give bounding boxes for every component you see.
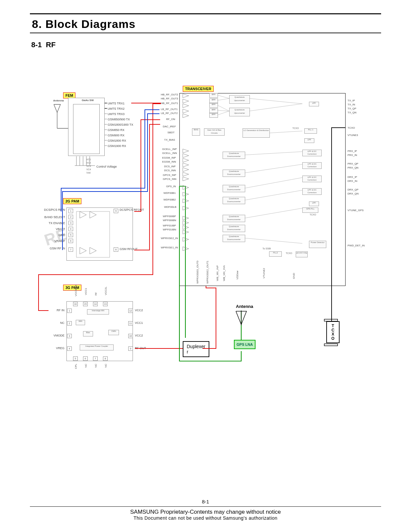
diagram-area: REQUIP ALCOM FEM 2G PAM 3G PAM TRANSCEIV…	[30, 88, 381, 441]
p2l4: 4	[68, 227, 73, 231]
tl13: DCS_INP	[164, 165, 176, 168]
pt14: 14	[93, 302, 98, 306]
fem-port-7: GSM1800 RX	[108, 139, 126, 142]
pam2g-l4: GND	[40, 233, 65, 237]
pam2g-l3: VBATT	[40, 227, 65, 231]
tl19: WDF00B2	[163, 198, 176, 201]
p3l0: RF IN	[49, 309, 64, 312]
tr5: VTUNE3	[348, 134, 358, 137]
pr10: 10	[128, 334, 133, 338]
pt16: 16	[73, 302, 78, 306]
ti18: Quadrature Downconverter	[223, 170, 245, 177]
header-rule-top	[30, 13, 381, 14]
p3r2: VCC2	[135, 334, 143, 337]
p2l6: 6	[68, 239, 73, 243]
tr4: TCXO	[348, 126, 355, 129]
chapter-text: Block Diagrams	[46, 18, 136, 30]
ti27: Power Detector	[309, 241, 326, 248]
ti13: LPF & DC Correction	[302, 150, 322, 156]
p3t2: IM	[94, 293, 97, 296]
ti19: Quadrature Downconverter	[223, 185, 245, 192]
antenna2-label: Antenna	[236, 304, 253, 309]
tr12: DRX_QP	[348, 188, 359, 191]
pb5: 5	[73, 356, 78, 361]
fem-port-6: GSM900 RX	[108, 134, 125, 137]
fem-vc4: VC4	[86, 168, 91, 171]
ti29: TCXO	[292, 127, 299, 129]
fem-vdd: Vdd	[86, 172, 90, 174]
p3l2: VMODE	[49, 334, 64, 337]
tb4: VDDsw	[236, 271, 239, 280]
pam2g-block	[66, 207, 133, 261]
tl1: HB_RF_OUT3	[161, 97, 178, 100]
ti8: Gain Ctrl & Bias Circuits	[204, 128, 225, 136]
fem-antenna-label: Antenna	[53, 99, 64, 102]
ti12: LPF	[309, 102, 319, 106]
section-number: 8-1	[31, 41, 42, 49]
ti31: TCXO	[286, 252, 292, 254]
tl14: DCS_INN	[164, 169, 176, 172]
tr11: DRX_IN	[348, 180, 357, 183]
fem-port-8: GSM1900 RX	[108, 144, 126, 148]
p2l3: 3	[68, 221, 73, 225]
tb1: WPRX0SE2_OUT1	[206, 261, 209, 284]
ti21: Quadrature Downconverter	[223, 215, 245, 222]
fem-port-1: UMTS TRX2	[108, 107, 125, 110]
pb8: 8	[103, 356, 108, 361]
p3i3: OMN	[108, 330, 119, 335]
fem-vc1: VC1	[86, 158, 91, 161]
fem-ctrl-label: Control Voltage	[96, 165, 117, 168]
footer-line2: This Document can not be used without Sa…	[30, 515, 381, 521]
tl6: DAC_IREF	[163, 125, 176, 128]
tr9: PRX_QN	[348, 166, 359, 169]
p3l1: NC	[49, 321, 64, 325]
p2r8: 8	[114, 247, 118, 252]
ti3: BPF	[209, 108, 218, 113]
chapter-title: 8. Block Diagrams	[30, 16, 381, 33]
fem-switch-label: GaAs SW	[82, 99, 94, 102]
tb6: GND	[292, 273, 295, 279]
pr11: 11	[128, 321, 133, 326]
footer-line1: SAMSUNG Proprietary-Contents may change …	[30, 509, 381, 515]
fem-port-0: UMTS TRX1	[108, 102, 125, 105]
ti7: BIAS	[192, 128, 200, 136]
tr15: PWD_DET_IN	[348, 244, 365, 247]
ti1: BPF	[209, 98, 218, 103]
fem-port-2: UMTS TRX3	[108, 112, 125, 116]
ti26: PLL2	[269, 251, 282, 257]
fem-vc2: VC2	[86, 162, 91, 164]
section-title: 8-1 RF	[30, 39, 381, 52]
tb3: WB_MX_INN	[223, 265, 226, 281]
p3b2: NC	[94, 364, 97, 368]
chapter-number: 8.	[32, 18, 42, 30]
p3b1: NC	[84, 364, 87, 368]
tl22: WPF00IBN	[163, 219, 176, 222]
duplexer-block: Duplexerr	[183, 341, 209, 357]
transceiver-label: TRANSCEIVER	[183, 86, 214, 92]
p3i2: Bias	[83, 331, 93, 336]
tl0: HB_RF_OUT2	[161, 93, 178, 96]
ti6: Quadrature Upconverter	[229, 108, 250, 116]
tl24: WPF01IBN	[163, 228, 176, 231]
ti23: Quadrature Downconverter	[223, 235, 245, 242]
tl15: GPCS_INP	[163, 174, 176, 177]
pam2g-l5: VRAMP	[40, 239, 65, 243]
tl5: RF_ON	[166, 118, 175, 121]
fem-inner	[73, 104, 100, 154]
tr0: TX_IP	[348, 99, 355, 102]
tr2: TX_QP	[348, 107, 356, 110]
tl12: EGSM_INN	[162, 160, 176, 163]
tl8: TX_BIAS	[164, 138, 175, 141]
ti0: BPF	[209, 93, 218, 98]
pt15: 15	[83, 302, 88, 306]
tr3: TX_QN	[348, 111, 357, 114]
pam2g-l6: GSM RF IN	[40, 247, 65, 250]
p3i4: Integrated Power Coupler	[80, 344, 114, 350]
ti24: GPS PLL	[302, 207, 318, 213]
ti4: BPF	[209, 113, 218, 118]
p3l3: VREG	[49, 346, 64, 350]
p3i1: Interstage MN	[87, 309, 109, 315]
tl16: GPCS_INN	[163, 178, 176, 181]
tl20: WDF00LB	[164, 205, 176, 208]
tr13: DRX_QN	[348, 192, 359, 195]
